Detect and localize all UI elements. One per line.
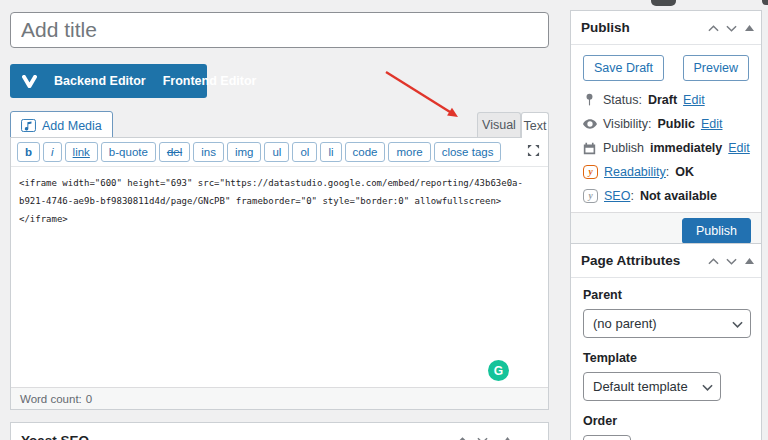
wordpress-page-editor: Backend Editor Frontend Editor Add Media…: [0, 0, 768, 440]
quicktag-more-button[interactable]: more: [388, 142, 430, 162]
move-up-icon[interactable]: [708, 244, 719, 278]
schedule-value: immediately: [650, 141, 722, 155]
parent-select-value: (no parent): [593, 316, 657, 331]
visibility-value: Public: [657, 117, 695, 131]
quicktag-ins-button[interactable]: ins: [193, 142, 224, 162]
word-count-value: 0: [86, 393, 92, 405]
visibility-edit-link[interactable]: Edit: [701, 117, 723, 131]
quicktag-li-button[interactable]: li: [320, 142, 341, 162]
quicktag-code-button[interactable]: code: [345, 142, 386, 162]
seo-row: y SEO: Not available: [583, 188, 749, 204]
status-row: Status: Draft Edit: [583, 92, 749, 108]
calendar-icon: [583, 142, 597, 155]
move-down-icon[interactable]: [477, 423, 488, 440]
quicktag-del-button[interactable]: del: [159, 142, 190, 162]
move-up-icon[interactable]: [457, 423, 468, 440]
readability-value: OK: [675, 165, 694, 179]
preview-button[interactable]: Preview: [683, 55, 749, 81]
title-input[interactable]: [10, 12, 549, 48]
yoast-seo-icon: y: [583, 189, 598, 203]
text-editor-box: b i link b-quote del ins img ul ol li co…: [10, 137, 549, 410]
backend-editor-button[interactable]: Backend Editor: [54, 74, 146, 88]
quicktag-closetags-button[interactable]: close tags: [434, 142, 502, 162]
collapse-toggle-icon[interactable]: [503, 423, 512, 440]
fullscreen-expand-icon[interactable]: [527, 144, 540, 157]
status-edit-link[interactable]: Edit: [683, 93, 705, 107]
visibility-row: Visibility: Public Edit: [583, 116, 749, 132]
seo-link[interactable]: SEO: [604, 189, 630, 203]
parent-select[interactable]: (no parent): [583, 309, 751, 338]
media-icon: [21, 119, 36, 132]
quicktag-ul-button[interactable]: ul: [264, 142, 289, 162]
quicktag-ol-button[interactable]: ol: [292, 142, 317, 162]
save-draft-button[interactable]: Save Draft: [583, 55, 664, 81]
move-down-icon[interactable]: [726, 11, 737, 45]
quicktag-bold-button[interactable]: b: [17, 142, 40, 162]
page-attributes-title: Page Attributes: [581, 253, 680, 268]
collapse-toggle-icon[interactable]: [745, 244, 754, 278]
readability-link[interactable]: Readability: [604, 165, 666, 179]
readability-row: y Readability: OK: [583, 164, 749, 180]
eye-icon: [583, 119, 597, 129]
frontend-editor-button[interactable]: Frontend Editor: [163, 74, 257, 88]
template-label: Template: [583, 351, 749, 365]
page-attributes-panel: Page Attributes Parent (no parent) Templ…: [570, 243, 762, 440]
screen-artifact-top: [651, 0, 676, 6]
move-up-icon[interactable]: [708, 11, 719, 45]
publish-button[interactable]: Publish: [682, 218, 751, 244]
tab-text[interactable]: Text: [521, 112, 549, 138]
schedule-edit-link[interactable]: Edit: [728, 141, 750, 155]
publish-panel-title: Publish: [581, 20, 630, 35]
wpbakery-logo-icon: [22, 75, 37, 88]
visibility-label: Visibility:: [603, 117, 651, 131]
publish-panel: Publish Save Draft Preview Status: Draf: [570, 10, 762, 250]
chevron-down-icon: [702, 384, 713, 391]
parent-label: Parent: [583, 288, 749, 302]
quicktags-toolbar: b i link b-quote del ins img ul ol li co…: [11, 138, 548, 167]
wpbakery-editor-bar: Backend Editor Frontend Editor: [10, 64, 207, 98]
code-textarea[interactable]: <iframe width="600" height="693" src="ht…: [11, 167, 548, 391]
template-select[interactable]: Default template: [583, 372, 721, 401]
quicktag-link-button[interactable]: link: [65, 142, 98, 162]
order-label: Order: [583, 414, 749, 428]
tab-visual[interactable]: Visual: [477, 112, 521, 137]
word-count-label: Word count:: [20, 393, 82, 405]
word-count-bar: Word count: 0: [11, 387, 548, 409]
order-input[interactable]: [583, 435, 631, 440]
move-down-icon[interactable]: [726, 244, 737, 278]
yoast-panel-title: Yoast SEO: [21, 433, 89, 440]
status-label: Status:: [603, 93, 642, 107]
code-line: b921-4746-ae9b-bf9830811d4d/page/GNcPB" …: [19, 192, 540, 210]
status-value: Draft: [648, 93, 677, 107]
add-media-label: Add Media: [42, 119, 102, 133]
quicktag-bquote-button[interactable]: b-quote: [101, 142, 156, 162]
chevron-down-icon: [732, 321, 743, 328]
yoast-readability-icon: y: [583, 165, 598, 179]
yoast-seo-panel: Yoast SEO: [10, 422, 549, 440]
readability-sep: :: [666, 165, 669, 179]
code-line: <iframe width="600" height="693" src="ht…: [19, 174, 540, 192]
add-media-button[interactable]: Add Media: [10, 111, 113, 140]
screen-artifact-corner: [762, 0, 768, 5]
seo-value: Not available: [640, 189, 717, 203]
grammarly-icon[interactable]: G: [488, 360, 509, 381]
pin-icon: [583, 93, 597, 107]
schedule-label: Publish: [603, 141, 644, 155]
template-select-value: Default template: [593, 379, 688, 394]
quicktag-italic-button[interactable]: i: [43, 142, 62, 162]
collapse-toggle-icon[interactable]: [745, 11, 754, 45]
code-line: </iframe>: [19, 210, 540, 228]
quicktag-img-button[interactable]: img: [227, 142, 262, 162]
seo-sep: :: [630, 189, 633, 203]
schedule-row: Publish immediately Edit: [583, 140, 749, 156]
